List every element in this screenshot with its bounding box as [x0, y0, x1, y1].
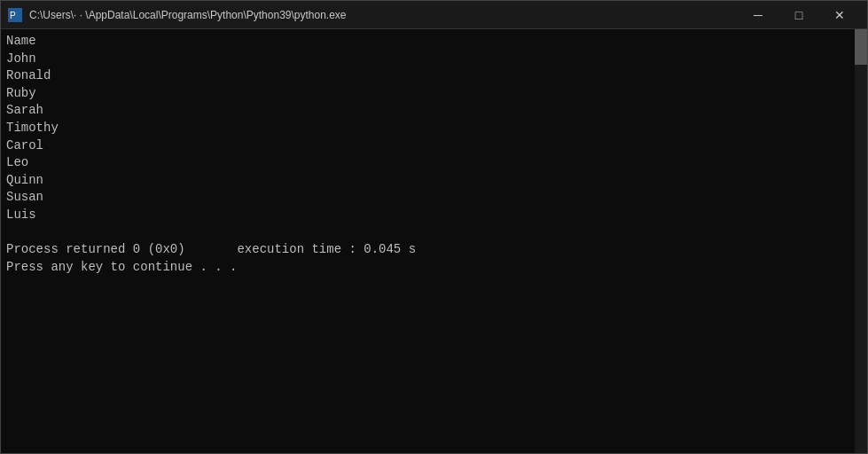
- svg-text:P: P: [10, 11, 16, 20]
- minimize-button[interactable]: ─: [738, 1, 778, 29]
- window-title: C:\Users\· · \AppData\Local\Programs\Pyt…: [29, 9, 738, 21]
- console-output: Name John Ronald Ruby Sarah Timothy Caro…: [6, 33, 862, 276]
- terminal-window: P C:\Users\· · \AppData\Local\Programs\P…: [0, 0, 868, 454]
- window-controls: ─ □ ✕: [738, 1, 860, 29]
- close-button[interactable]: ✕: [819, 1, 860, 29]
- title-bar: P C:\Users\· · \AppData\Local\Programs\P…: [1, 1, 867, 29]
- console-body: Name John Ronald Ruby Sarah Timothy Caro…: [1, 29, 867, 453]
- maximize-button[interactable]: □: [778, 1, 819, 29]
- app-icon: P: [8, 8, 22, 22]
- scrollbar[interactable]: [855, 29, 867, 453]
- scrollbar-thumb[interactable]: [855, 29, 867, 65]
